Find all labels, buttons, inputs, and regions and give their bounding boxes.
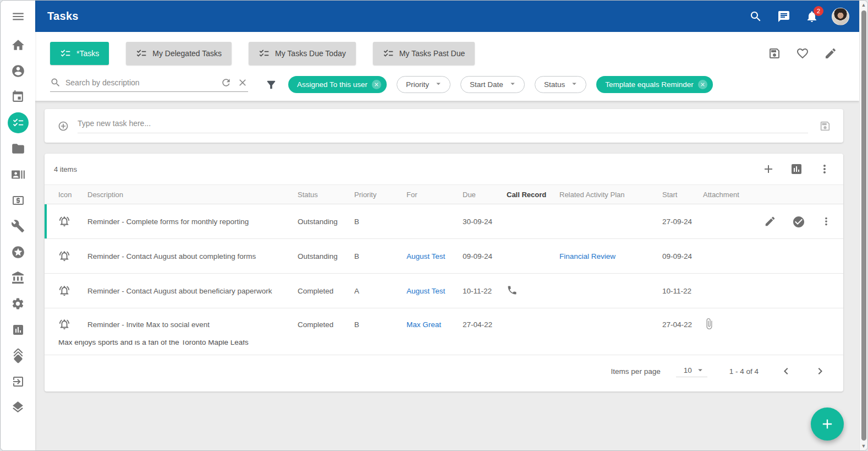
remove-filter-icon[interactable] [372,80,381,89]
table-menu-button[interactable] [818,162,831,176]
sidebar-item-invoices[interactable] [1,187,35,213]
edit-task-button[interactable] [764,215,776,227]
attachment-cell[interactable] [703,318,752,332]
chip-template-equals-reminder[interactable]: Template equals Reminder [596,76,713,93]
sidebar-item-collections[interactable] [1,343,35,368]
previous-page-button[interactable] [779,365,793,378]
hamburger-menu-icon[interactable] [1,1,35,32]
task-for-link[interactable]: August Test [406,287,463,295]
table-row[interactable]: Reminder - Contact August about benefici… [45,274,843,308]
sidebar-item-account[interactable] [1,58,35,84]
header-search-button[interactable] [749,10,762,23]
chip-label: Assigned To this user [297,80,367,89]
sidebar-item-home[interactable] [1,32,35,58]
vertical-scrollbar[interactable]: ▲ ▼ [859,1,867,450]
search-icon [50,77,61,88]
call-record-cell[interactable] [507,285,559,297]
user-avatar[interactable] [832,8,849,25]
table-row[interactable]: Reminder - Complete forms for monthly re… [45,204,843,239]
sidebar-item-settings[interactable] [1,291,35,317]
tab-my-tasks-due-today[interactable]: My Tasks Due Today [249,42,356,65]
refresh-icon[interactable] [221,77,232,88]
favorite-button[interactable] [796,47,809,60]
table-row[interactable]: Reminder - Contact August about completi… [45,239,843,274]
sidebar-item-calendar[interactable] [1,84,35,110]
gear-icon [11,297,25,311]
chip-start-date[interactable]: Start Date [460,76,525,93]
complete-task-button[interactable] [792,215,804,227]
remove-filter-icon[interactable] [698,80,707,89]
plus-icon [820,416,835,432]
search-icon [749,10,762,23]
table-row[interactable]: Reminder - Invite Max to social event Co… [45,308,843,340]
task-related-plan-link[interactable]: Financial Review [559,252,662,260]
folder-icon [11,142,25,156]
column-header-icon[interactable]: Icon [58,191,87,199]
column-header-attachment[interactable]: Attachment [703,191,752,199]
task-for-link[interactable]: August Test [406,252,463,260]
sidebar-item-contacts[interactable] [1,161,35,187]
tab-my-tasks-past-due[interactable]: My Tasks Past Due [373,42,475,65]
chip-status[interactable]: Status [535,76,586,93]
sidebar-item-reports[interactable] [1,317,35,343]
sidebar-item-bank[interactable] [1,265,35,291]
task-due: 10-11-22 [463,287,507,295]
scrollbar-thumb[interactable] [861,10,866,441]
chip-priority[interactable]: Priority [397,76,451,93]
header-chat-button[interactable] [777,10,790,23]
filter-funnel-icon[interactable] [265,79,277,91]
task-status: Outstanding [298,218,354,226]
column-header-start[interactable]: Start [662,191,703,199]
task-priority: B [354,252,406,260]
column-header-priority[interactable]: Priority [354,191,406,199]
next-page-button[interactable] [814,365,827,378]
task-status: Completed [298,287,354,295]
chart-view-button[interactable] [790,162,803,176]
add-task-fab[interactable] [811,407,844,441]
column-header-call-record[interactable]: Call Record [507,191,559,199]
sidebar-item-tools[interactable] [1,213,35,239]
column-header-for[interactable]: For [406,191,463,199]
checklist-icon [60,48,71,59]
save-search-button[interactable] [768,47,781,60]
add-column-button[interactable] [762,162,775,176]
column-header-related-activity-plan[interactable]: Related Activity Plan [559,191,662,199]
star-circle-icon [11,245,25,259]
edit-search-button[interactable] [824,47,837,60]
clear-search-icon[interactable] [237,77,248,88]
scroll-down-arrow[interactable]: ▼ [860,442,868,450]
scroll-up-arrow[interactable]: ▲ [860,1,868,9]
saved-search-tabs: *Tasks My Delegated Tasks My Tasks Due T… [35,42,859,65]
reminder-bell-icon [58,318,70,330]
save-task-button[interactable] [819,120,831,132]
tab-tasks[interactable]: *Tasks [50,42,109,65]
search-input[interactable] [65,78,221,87]
tab-my-delegated-tasks[interactable]: My Delegated Tasks [126,42,232,65]
kebab-menu-icon [818,162,831,176]
sidebar-item-folder[interactable] [1,135,35,161]
table-toolbar: 4 items [45,154,843,184]
chip-label: Template equals Reminder [605,80,694,89]
sidebar-item-favorites[interactable] [1,239,35,265]
task-description: Reminder - Invite Max to social event [87,320,298,329]
header-notifications-button[interactable]: 2 [805,10,818,23]
chip-label: Status [544,80,565,89]
column-header-status[interactable]: Status [298,191,354,199]
column-header-description[interactable]: Description [87,191,298,199]
reminder-bell-icon [58,250,70,262]
task-for-link[interactable]: Max Great [406,320,463,329]
page-size-select[interactable]: 10 [676,365,707,377]
sidebar-item-tasks-active[interactable] [1,110,35,135]
chip-assigned-to-this-user[interactable]: Assigned To this user [288,76,387,93]
sidebar-item-exit[interactable] [1,368,35,394]
items-count: 4 items [54,165,77,173]
task-description: Reminder - Contact August about benefici… [87,287,298,295]
sidebar-item-layers[interactable] [1,394,35,420]
tab-label: My Tasks Due Today [275,49,346,58]
app-window: Tasks 2 *Tasks My Delegated Tasks [0,0,868,451]
add-task-icon[interactable] [58,121,69,132]
row-menu-button[interactable] [820,215,832,227]
new-task-input[interactable] [78,119,808,128]
kebab-menu-icon [820,215,832,227]
column-header-due[interactable]: Due [463,191,507,199]
